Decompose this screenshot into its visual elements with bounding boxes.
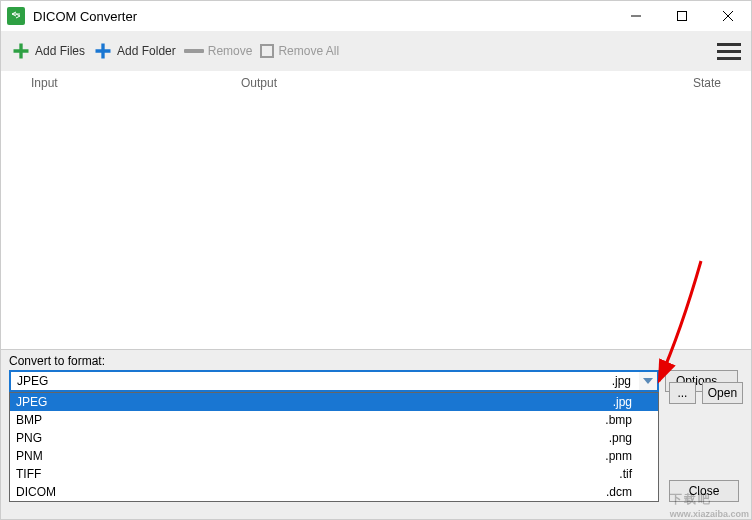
format-option-name: DICOM [16, 485, 606, 499]
column-headers: Input Output State [1, 71, 751, 95]
menu-button[interactable] [717, 39, 741, 63]
bottom-panel: Convert to format: JPEG .jpg JPEG.jpgBMP… [1, 349, 751, 519]
minus-icon [184, 49, 204, 53]
file-list [1, 95, 751, 351]
format-option[interactable]: BMP.bmp [10, 411, 658, 429]
format-dropdown[interactable]: JPEG.jpgBMP.bmpPNG.pngPNM.pnmTIFF.tifDIC… [9, 392, 659, 502]
close-window-button[interactable] [705, 1, 751, 31]
format-option-ext: .jpg [613, 395, 632, 409]
format-option-ext: .bmp [605, 413, 632, 427]
app-icon [7, 7, 25, 25]
add-folder-button[interactable]: Add Folder [93, 41, 176, 61]
format-option[interactable]: PNG.png [10, 429, 658, 447]
minimize-button[interactable] [613, 1, 659, 31]
add-files-button[interactable]: Add Files [11, 41, 85, 61]
maximize-button[interactable] [659, 1, 705, 31]
chevron-down-icon[interactable] [639, 372, 657, 390]
format-option[interactable]: PNM.pnm [10, 447, 658, 465]
col-header-output: Output [241, 76, 661, 90]
format-option[interactable]: JPEG.jpg [10, 393, 658, 411]
format-option[interactable]: TIFF.tif [10, 465, 658, 483]
add-files-label: Add Files [35, 44, 85, 58]
format-combobox[interactable]: JPEG .jpg JPEG.jpgBMP.bmpPNG.pngPNM.pnmT… [9, 370, 659, 392]
format-option-name: PNG [16, 431, 609, 445]
format-selected-ext: .jpg [612, 374, 631, 388]
toolbar: Add Files Add Folder Remove Remove All [1, 31, 751, 71]
window-title: DICOM Converter [33, 9, 613, 24]
format-option-name: BMP [16, 413, 605, 427]
open-button[interactable]: Open [702, 382, 743, 404]
remove-all-label: Remove All [278, 44, 339, 58]
remove-all-button: Remove All [260, 44, 339, 58]
add-folder-label: Add Folder [117, 44, 176, 58]
format-option-ext: .png [609, 431, 632, 445]
format-option-name: JPEG [16, 395, 613, 409]
col-header-input: Input [31, 76, 241, 90]
format-label: Convert to format: [1, 350, 751, 370]
format-option-name: TIFF [16, 467, 619, 481]
square-icon [260, 44, 274, 58]
format-selected-name: JPEG [17, 374, 612, 388]
browse-button[interactable]: ... [669, 382, 696, 404]
format-option[interactable]: DICOM.dcm [10, 483, 658, 501]
remove-button: Remove [184, 44, 253, 58]
svg-rect-0 [678, 12, 687, 21]
format-option-ext: .pnm [605, 449, 632, 463]
remove-label: Remove [208, 44, 253, 58]
format-option-ext: .dcm [606, 485, 632, 499]
format-option-ext: .tif [619, 467, 632, 481]
titlebar: DICOM Converter [1, 1, 751, 31]
close-button[interactable]: Close [669, 480, 739, 502]
col-header-state: State [661, 76, 721, 90]
format-option-name: PNM [16, 449, 605, 463]
